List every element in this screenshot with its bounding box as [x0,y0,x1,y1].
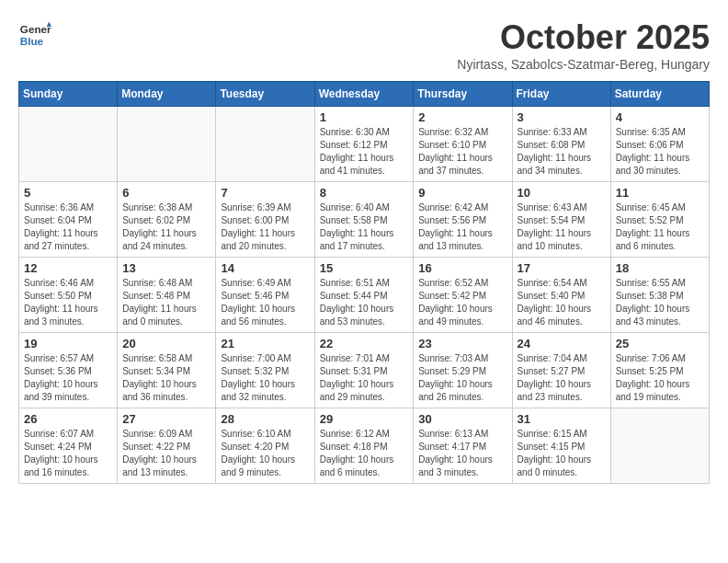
calendar-cell: 23Sunrise: 7:03 AM Sunset: 5:29 PM Dayli… [414,333,512,408]
calendar-cell: 13Sunrise: 6:48 AM Sunset: 5:48 PM Dayli… [118,258,216,333]
day-number: 28 [221,412,309,426]
calendar-cell: 29Sunrise: 6:12 AM Sunset: 4:18 PM Dayli… [314,408,414,484]
day-info: Sunrise: 6:40 AM Sunset: 5:58 PM Dayligh… [320,201,409,253]
day-info: Sunrise: 6:43 AM Sunset: 5:54 PM Dayligh… [518,201,606,253]
day-info: Sunrise: 6:49 AM Sunset: 5:46 PM Dayligh… [221,277,309,328]
day-info: Sunrise: 6:54 AM Sunset: 5:40 PM Dayligh… [518,277,606,328]
day-info: Sunrise: 6:52 AM Sunset: 5:42 PM Dayligh… [418,277,506,328]
calendar-cell: 11Sunrise: 6:45 AM Sunset: 5:52 PM Dayli… [610,182,709,258]
calendar-cell: 26Sunrise: 6:07 AM Sunset: 4:24 PM Dayli… [19,408,118,484]
day-number: 19 [24,337,112,350]
day-info: Sunrise: 6:36 AM Sunset: 6:04 PM Dayligh… [24,201,112,253]
calendar-cell: 9Sunrise: 6:42 AM Sunset: 5:56 PM Daylig… [414,182,512,258]
day-info: Sunrise: 7:00 AM Sunset: 5:32 PM Dayligh… [221,352,309,404]
calendar-cell: 4Sunrise: 6:35 AM Sunset: 6:06 PM Daylig… [610,107,709,182]
calendar-cell: 16Sunrise: 6:52 AM Sunset: 5:42 PM Dayli… [414,258,512,333]
calendar-cell: 25Sunrise: 7:06 AM Sunset: 5:25 PM Dayli… [610,333,709,408]
calendar-cell: 3Sunrise: 6:33 AM Sunset: 6:08 PM Daylig… [512,107,610,182]
day-number: 3 [518,110,606,124]
location-subtitle: Nyirtass, Szabolcs-Szatmar-Bereg, Hungar… [457,57,710,72]
day-info: Sunrise: 6:10 AM Sunset: 4:20 PM Dayligh… [221,428,309,479]
day-number: 2 [418,110,506,124]
day-number: 30 [418,412,506,426]
day-header-wednesday: Wednesday [314,82,414,107]
calendar-cell [118,107,216,182]
calendar-cell: 12Sunrise: 6:46 AM Sunset: 5:50 PM Dayli… [19,258,118,333]
day-number: 20 [122,337,210,350]
day-info: Sunrise: 6:30 AM Sunset: 6:12 PM Dayligh… [320,126,409,178]
day-number: 10 [518,186,606,200]
calendar-cell: 28Sunrise: 6:10 AM Sunset: 4:20 PM Dayli… [216,408,314,484]
day-info: Sunrise: 7:01 AM Sunset: 5:31 PM Dayligh… [320,352,409,404]
day-number: 6 [122,186,210,200]
day-header-sunday: Sunday [19,82,118,107]
day-info: Sunrise: 6:57 AM Sunset: 5:36 PM Dayligh… [24,352,112,404]
day-number: 24 [518,337,606,350]
day-number: 17 [518,261,606,275]
day-number: 31 [518,412,606,426]
calendar-cell: 10Sunrise: 6:43 AM Sunset: 5:54 PM Dayli… [512,182,610,258]
calendar-cell: 6Sunrise: 6:38 AM Sunset: 6:02 PM Daylig… [118,182,216,258]
day-info: Sunrise: 6:35 AM Sunset: 6:06 PM Dayligh… [616,126,704,178]
day-info: Sunrise: 6:55 AM Sunset: 5:38 PM Dayligh… [616,277,704,328]
day-info: Sunrise: 6:33 AM Sunset: 6:08 PM Dayligh… [518,126,606,178]
svg-text:Blue: Blue [20,35,44,47]
calendar-cell: 17Sunrise: 6:54 AM Sunset: 5:40 PM Dayli… [512,258,610,333]
day-info: Sunrise: 6:46 AM Sunset: 5:50 PM Dayligh… [24,277,112,328]
day-number: 22 [320,337,409,350]
calendar-week-row: 26Sunrise: 6:07 AM Sunset: 4:24 PM Dayli… [19,408,710,484]
day-number: 23 [418,337,506,350]
calendar-cell: 19Sunrise: 6:57 AM Sunset: 5:36 PM Dayli… [19,333,118,408]
calendar-cell: 7Sunrise: 6:39 AM Sunset: 6:00 PM Daylig… [216,182,314,258]
day-info: Sunrise: 6:51 AM Sunset: 5:44 PM Dayligh… [320,277,409,328]
day-number: 13 [122,261,210,275]
title-block: October 2025 Nyirtass, Szabolcs-Szatmar-… [457,18,710,72]
calendar-cell: 20Sunrise: 6:58 AM Sunset: 5:34 PM Dayli… [118,333,216,408]
logo: General Blue [18,18,51,52]
day-info: Sunrise: 7:04 AM Sunset: 5:27 PM Dayligh… [518,352,606,404]
calendar-week-row: 19Sunrise: 6:57 AM Sunset: 5:36 PM Dayli… [19,333,710,408]
svg-text:General: General [20,23,51,35]
calendar-cell: 15Sunrise: 6:51 AM Sunset: 5:44 PM Dayli… [314,258,414,333]
calendar-cell [19,107,118,182]
day-number: 14 [221,261,309,275]
month-title: October 2025 [457,18,710,57]
calendar-table: SundayMondayTuesdayWednesdayThursdayFrid… [18,81,710,484]
calendar-cell: 1Sunrise: 6:30 AM Sunset: 6:12 PM Daylig… [314,107,414,182]
day-number: 15 [320,261,409,275]
day-number: 25 [616,337,704,350]
calendar-week-row: 1Sunrise: 6:30 AM Sunset: 6:12 PM Daylig… [19,107,710,182]
day-header-monday: Monday [118,82,216,107]
day-number: 27 [122,412,210,426]
day-header-friday: Friday [512,82,610,107]
calendar-cell: 27Sunrise: 6:09 AM Sunset: 4:22 PM Dayli… [118,408,216,484]
day-number: 11 [616,186,704,200]
day-number: 5 [24,186,112,200]
day-number: 16 [418,261,506,275]
day-info: Sunrise: 6:39 AM Sunset: 6:00 PM Dayligh… [221,201,309,253]
calendar-cell: 30Sunrise: 6:13 AM Sunset: 4:17 PM Dayli… [414,408,512,484]
calendar-cell [216,107,314,182]
day-number: 26 [24,412,112,426]
calendar-header-row: SundayMondayTuesdayWednesdayThursdayFrid… [19,82,710,107]
day-info: Sunrise: 6:13 AM Sunset: 4:17 PM Dayligh… [418,428,506,479]
day-info: Sunrise: 6:45 AM Sunset: 5:52 PM Dayligh… [616,201,704,253]
calendar-week-row: 5Sunrise: 6:36 AM Sunset: 6:04 PM Daylig… [19,182,710,258]
day-info: Sunrise: 6:12 AM Sunset: 4:18 PM Dayligh… [320,428,409,479]
day-number: 1 [320,110,409,124]
day-number: 29 [320,412,409,426]
calendar-week-row: 12Sunrise: 6:46 AM Sunset: 5:50 PM Dayli… [19,258,710,333]
day-info: Sunrise: 6:58 AM Sunset: 5:34 PM Dayligh… [122,352,210,404]
calendar-cell: 18Sunrise: 6:55 AM Sunset: 5:38 PM Dayli… [610,258,709,333]
day-info: Sunrise: 6:42 AM Sunset: 5:56 PM Dayligh… [418,201,506,253]
calendar-cell: 24Sunrise: 7:04 AM Sunset: 5:27 PM Dayli… [512,333,610,408]
calendar-cell: 5Sunrise: 6:36 AM Sunset: 6:04 PM Daylig… [19,182,118,258]
calendar-cell: 8Sunrise: 6:40 AM Sunset: 5:58 PM Daylig… [314,182,414,258]
calendar-cell: 31Sunrise: 6:15 AM Sunset: 4:15 PM Dayli… [512,408,610,484]
calendar-cell: 22Sunrise: 7:01 AM Sunset: 5:31 PM Dayli… [314,333,414,408]
day-header-saturday: Saturday [610,82,709,107]
day-info: Sunrise: 6:09 AM Sunset: 4:22 PM Dayligh… [122,428,210,479]
day-number: 8 [320,186,409,200]
page-header: General Blue October 2025 Nyirtass, Szab… [18,18,710,72]
day-header-thursday: Thursday [414,82,512,107]
